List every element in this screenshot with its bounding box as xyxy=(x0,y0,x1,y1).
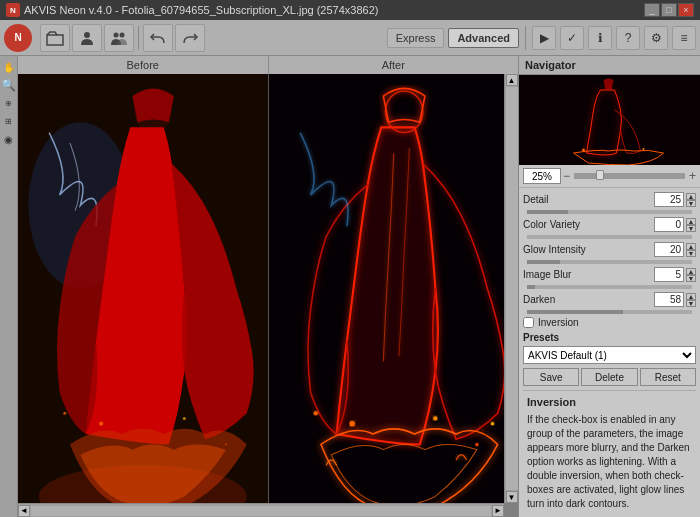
advanced-mode-button[interactable]: Advanced xyxy=(448,28,519,48)
scroll-htrack[interactable] xyxy=(31,506,491,516)
zoom-plus-icon[interactable]: + xyxy=(689,169,696,183)
undo-button[interactable] xyxy=(143,24,173,52)
menu-button[interactable]: ≡ xyxy=(672,26,696,50)
sep1 xyxy=(138,26,139,50)
titlebar-controls: _ □ × xyxy=(644,3,694,17)
before-label: Before xyxy=(18,56,269,74)
svg-point-9 xyxy=(183,417,186,420)
scroll-right-button[interactable]: ► xyxy=(492,505,504,517)
zoom-fit-tool[interactable]: ⊕ xyxy=(2,96,16,110)
param-value-darken[interactable] xyxy=(654,292,684,307)
param-color-up[interactable]: ▲ xyxy=(686,218,696,225)
param-value-blur[interactable] xyxy=(654,267,684,282)
param-slider-color[interactable] xyxy=(527,235,692,239)
app-logo: N xyxy=(4,24,32,52)
undo-icon xyxy=(150,31,166,45)
svg-point-21 xyxy=(643,148,645,150)
param-spins-darken: ▲ ▼ xyxy=(686,293,696,307)
loupe-tool[interactable]: ◉ xyxy=(2,132,16,146)
param-bar-blur xyxy=(523,285,696,289)
redo-icon xyxy=(182,31,198,45)
apply-button[interactable]: ✓ xyxy=(560,26,584,50)
zoom-minus-icon[interactable]: − xyxy=(563,169,570,183)
param-darken-down[interactable]: ▼ xyxy=(686,300,696,307)
info-button[interactable]: ℹ xyxy=(588,26,612,50)
before-svg xyxy=(18,74,268,503)
help-button[interactable]: ? xyxy=(616,26,640,50)
svg-rect-0 xyxy=(47,35,63,45)
param-label-blur: Image Blur xyxy=(523,269,652,280)
param-glow-up[interactable]: ▲ xyxy=(686,243,696,250)
param-darken-up[interactable]: ▲ xyxy=(686,293,696,300)
preset-buttons: Save Delete Reset xyxy=(523,368,696,386)
save-button[interactable]: Save xyxy=(523,368,579,386)
reset-button[interactable]: Reset xyxy=(640,368,696,386)
vertical-scrollbar[interactable]: ▲ ▼ xyxy=(504,74,518,503)
toolbar-right: Express Advanced ▶ ✓ ℹ ? ⚙ ≡ xyxy=(387,26,696,50)
zoom-slider-thumb[interactable] xyxy=(596,170,604,180)
param-bar-darken xyxy=(523,310,696,314)
sep2 xyxy=(525,26,526,50)
split-labels: Before After xyxy=(18,56,518,74)
param-slider-glow[interactable] xyxy=(527,260,692,264)
param-label-color: Color Variety xyxy=(523,219,652,230)
zoom-actual-tool[interactable]: ⊞ xyxy=(2,114,16,128)
scroll-down-button[interactable]: ▼ xyxy=(506,491,518,503)
canvas-area[interactable]: Before After xyxy=(18,56,518,517)
run-button[interactable]: ▶ xyxy=(532,26,556,50)
settings-button[interactable]: ⚙ xyxy=(644,26,668,50)
svg-point-2 xyxy=(114,32,119,37)
info-box: Inversion If the check-box is enabled in… xyxy=(523,390,696,515)
image-container xyxy=(18,74,518,503)
parameters-panel: Detail ▲ ▼ Color Variety ▲ ▼ xyxy=(519,188,700,517)
app-icon: N xyxy=(6,3,20,17)
param-value-glow[interactable] xyxy=(654,242,684,257)
scroll-track[interactable] xyxy=(506,87,518,490)
express-mode-button[interactable]: Express xyxy=(387,28,445,48)
param-bar-glow xyxy=(523,260,696,264)
photo1-button[interactable] xyxy=(72,24,102,52)
scroll-left-button[interactable]: ◄ xyxy=(18,505,30,517)
zoom-slider[interactable] xyxy=(574,173,685,179)
param-detail-up[interactable]: ▲ xyxy=(686,193,696,200)
preset-select[interactable]: AKVIS Default (1) xyxy=(523,346,696,364)
redo-button[interactable] xyxy=(175,24,205,52)
svg-point-18 xyxy=(490,422,493,425)
param-slider-blur[interactable] xyxy=(527,285,692,289)
param-value-color[interactable] xyxy=(654,217,684,232)
zoom-input[interactable] xyxy=(523,168,561,184)
zoom-row: − + xyxy=(519,165,700,188)
person1-icon xyxy=(78,30,96,46)
svg-point-17 xyxy=(313,411,317,415)
svg-point-8 xyxy=(99,422,103,426)
param-value-detail[interactable] xyxy=(654,192,684,207)
photo2-button[interactable] xyxy=(104,24,134,52)
param-spins-glow: ▲ ▼ xyxy=(686,243,696,257)
zoom-tool[interactable]: 🔍 xyxy=(2,78,16,92)
param-label-detail: Detail xyxy=(523,194,652,205)
param-color-down[interactable]: ▼ xyxy=(686,225,696,232)
after-label: After xyxy=(269,56,519,74)
inversion-row: Inversion xyxy=(523,317,696,328)
close-button[interactable]: × xyxy=(678,3,694,17)
maximize-button[interactable]: □ xyxy=(661,3,677,17)
param-slider-darken[interactable] xyxy=(527,310,692,314)
svg-point-20 xyxy=(582,149,585,152)
param-detail-down[interactable]: ▼ xyxy=(686,200,696,207)
titlebar-title: AKVIS Neon v.4.0 - Fotolia_60794655_Subs… xyxy=(24,4,644,16)
before-image xyxy=(18,74,269,503)
inversion-checkbox[interactable] xyxy=(523,317,534,328)
param-blur-up[interactable]: ▲ xyxy=(686,268,696,275)
param-glow-down[interactable]: ▼ xyxy=(686,250,696,257)
main-area: ✋ 🔍 ⊕ ⊞ ◉ Before After xyxy=(0,56,700,517)
param-blur-down[interactable]: ▼ xyxy=(686,275,696,282)
minimize-button[interactable]: _ xyxy=(644,3,660,17)
toolbar: N Express Advanced xyxy=(0,20,700,56)
horizontal-scrollbar[interactable]: ◄ ► xyxy=(18,503,504,517)
open-button[interactable] xyxy=(40,24,70,52)
hand-tool[interactable]: ✋ xyxy=(2,60,16,74)
info-text: If the check-box is enabled in any group… xyxy=(527,413,692,511)
delete-button[interactable]: Delete xyxy=(581,368,637,386)
scroll-up-button[interactable]: ▲ xyxy=(506,74,518,86)
param-slider-detail[interactable] xyxy=(527,210,692,214)
